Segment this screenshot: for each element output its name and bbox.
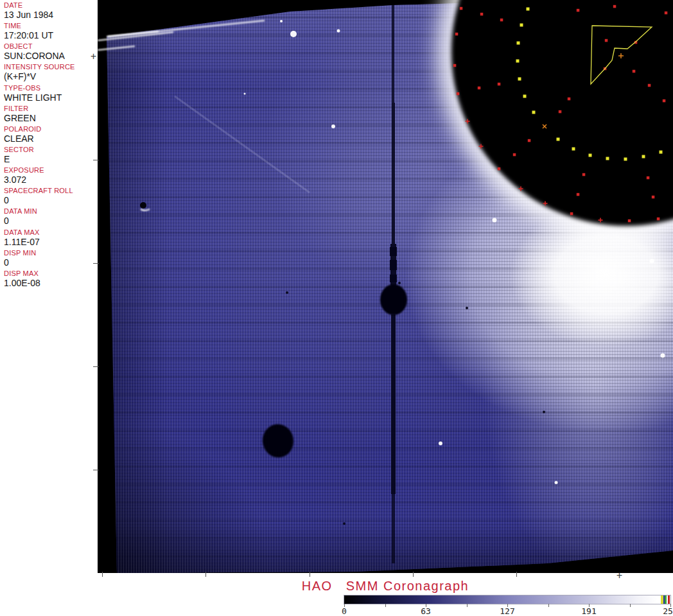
metadata-field: EXPOSURE3.072 bbox=[0, 165, 98, 185]
yellow-fiducial-dot bbox=[660, 151, 663, 154]
pylon-line bbox=[391, 314, 396, 494]
red-fiducial-dot bbox=[652, 196, 655, 199]
red-plus-marker bbox=[480, 144, 482, 149]
metadata-field: TIME17:20:01 UT bbox=[0, 21, 98, 41]
yellow-fiducial-dot bbox=[517, 42, 520, 45]
field-label: POLAROID bbox=[4, 125, 98, 133]
metadata-field: DISP MAX1.00E-08 bbox=[0, 268, 98, 289]
metadata-field: SPACECRAFT ROLL0 bbox=[0, 185, 98, 206]
pylon-blob bbox=[380, 284, 407, 315]
left-edge-tick bbox=[93, 366, 99, 367]
occulting-disk bbox=[451, 0, 673, 226]
metadata-field: SECTORE bbox=[0, 144, 98, 165]
yellow-fiducial-dot bbox=[527, 8, 530, 11]
bottom-edge-tick bbox=[102, 572, 103, 577]
red-fiducial-dot bbox=[633, 70, 636, 73]
red-fiducial-dot bbox=[577, 9, 580, 12]
image-overlay bbox=[98, 0, 673, 573]
yellow-fiducial-dot bbox=[532, 111, 536, 114]
red-fiducial-dot bbox=[663, 99, 666, 103]
left-edge-tick bbox=[93, 160, 99, 160]
bottom-edge-tick bbox=[310, 572, 310, 577]
field-value: 1.00E-08 bbox=[4, 278, 98, 288]
coronagraph-image-canvas bbox=[98, 0, 673, 573]
red-plus-marker bbox=[545, 201, 546, 206]
field-value: 13 Jun 1984 bbox=[4, 10, 98, 20]
field-label: DATA MAX bbox=[4, 228, 98, 237]
yellow-fiducial-dot bbox=[572, 148, 575, 151]
red-fiducial-dot bbox=[460, 7, 463, 10]
field-value: 0 bbox=[4, 195, 98, 205]
faint-ray bbox=[175, 96, 310, 193]
field-label: TIME bbox=[4, 22, 98, 30]
red-fiducial-dot bbox=[513, 153, 516, 157]
field-value: 1.11E-07 bbox=[4, 237, 98, 247]
field-value: 17:20:01 UT bbox=[4, 30, 98, 40]
colorbar bbox=[344, 595, 670, 604]
red-fiducial-dot bbox=[453, 64, 457, 67]
metadata-field: DATA MIN0 bbox=[0, 206, 98, 227]
field-value: GREEN bbox=[4, 113, 98, 123]
field-value: SUN:CORONA bbox=[4, 51, 98, 61]
red-fiducial-dot bbox=[559, 110, 562, 114]
yellow-fiducial-dot bbox=[606, 157, 609, 160]
dark-speck bbox=[398, 282, 401, 284]
left-edge-tick bbox=[93, 263, 99, 264]
pylon-line bbox=[392, 494, 395, 563]
field-value: 3.072 bbox=[4, 175, 98, 185]
field-value: WHITE LIGHT bbox=[4, 92, 98, 103]
dark-speck bbox=[343, 522, 345, 525]
field-label: SPACECRAFT ROLL bbox=[4, 187, 98, 195]
dark-speck bbox=[543, 411, 545, 413]
colorbar-tick-label: 255 bbox=[658, 606, 673, 616]
pylon-line bbox=[392, 5, 394, 103]
metadata-field: DATE13 Jun 1984 bbox=[0, 0, 98, 21]
metadata-field: INTENSITY SOURCE(K+F)*V bbox=[0, 62, 98, 82]
colorbar-tick bbox=[548, 604, 549, 607]
red-plus-marker bbox=[520, 187, 521, 191]
bottom-edge-tick bbox=[516, 572, 517, 577]
red-fiducial-dot bbox=[498, 83, 501, 86]
dark-speck bbox=[466, 307, 468, 309]
red-fiducial-dot bbox=[628, 219, 631, 223]
red-fiducial-dot bbox=[648, 84, 651, 87]
colorbar-tick-label: 0 bbox=[331, 606, 357, 616]
red-fiducial-dot bbox=[570, 212, 573, 216]
field-value: (K+F)*V bbox=[4, 71, 98, 81]
white-speck bbox=[493, 218, 497, 223]
field-label: INTENSITY SOURCE bbox=[4, 63, 98, 71]
dark-speck bbox=[286, 291, 288, 294]
field-value: CLEAR bbox=[4, 133, 98, 144]
colorbar-tick bbox=[385, 604, 386, 607]
field-value: 0 bbox=[4, 216, 98, 226]
colorbar-tick bbox=[467, 604, 468, 607]
field-label: TYPE-OBS bbox=[4, 84, 98, 92]
field-value: E bbox=[4, 154, 98, 164]
white-speck bbox=[244, 93, 246, 95]
red-fiducial-dot bbox=[528, 139, 531, 142]
red-plus-marker bbox=[467, 119, 468, 124]
red-fiducial-dot bbox=[457, 92, 460, 96]
smm-coronagraph-viewer: DATE13 Jun 1984TIME17:20:01 UTOBJECTSUN:… bbox=[0, 0, 673, 616]
white-speck bbox=[290, 31, 297, 37]
red-fiducial-dot bbox=[657, 218, 660, 221]
white-speck bbox=[331, 124, 335, 128]
field-label: EXPOSURE bbox=[4, 166, 98, 175]
field-label: DATE bbox=[4, 1, 98, 10]
pylon-line bbox=[392, 103, 395, 244]
bottom-edge-tick bbox=[413, 572, 414, 577]
bottom-edge-plus-fiducial: + bbox=[616, 571, 622, 581]
yellow-fiducial-dot bbox=[642, 155, 645, 158]
red-fiducial-dot bbox=[665, 12, 668, 15]
red-fiducial-dot bbox=[582, 173, 586, 176]
field-label: FILTER bbox=[4, 105, 98, 113]
edge-artifact-streak bbox=[107, 21, 265, 37]
metadata-field: TYPE-OBSWHITE LIGHT bbox=[0, 83, 98, 103]
colorbar-tick bbox=[630, 604, 631, 607]
white-speck bbox=[280, 20, 283, 22]
field-label: DATA MIN bbox=[4, 207, 98, 216]
white-speck bbox=[650, 259, 654, 264]
colorbar-end-stripe bbox=[668, 595, 670, 604]
white-streak bbox=[141, 209, 150, 210]
red-fiducial-dot bbox=[480, 13, 484, 16]
